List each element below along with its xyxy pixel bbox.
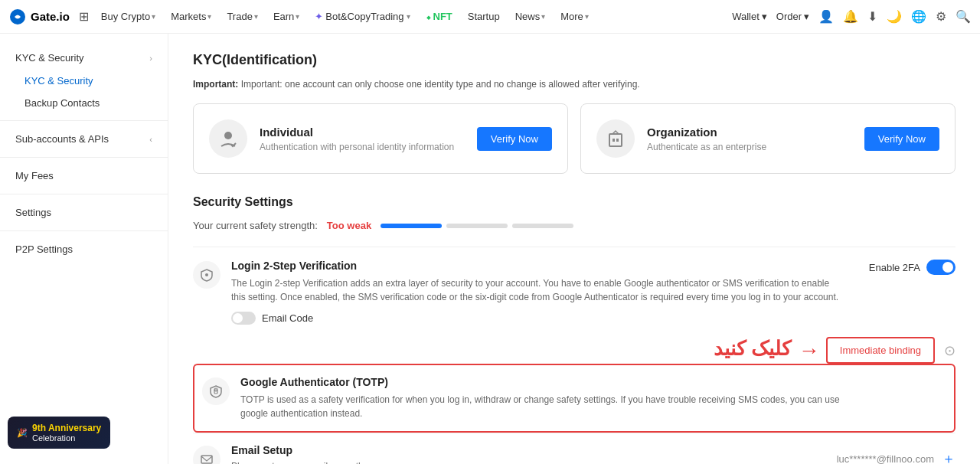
enable-2fa-label: Enable 2FA [869, 262, 920, 273]
main-layout: KYC & Security › KYC & Security Backup C… [0, 34, 980, 464]
svg-rect-4 [616, 139, 619, 142]
immediate-binding-button[interactable]: Immediate binding [826, 337, 935, 364]
nav-startup[interactable]: Startup [462, 0, 506, 34]
email-code-toggle[interactable] [231, 312, 256, 325]
sidebar-sub-kyc-security[interactable]: KYC & Security [0, 70, 168, 92]
sidebar-item-sub-accounts[interactable]: Sub-accounts & APIs ‹ [0, 127, 168, 151]
enable-2fa-toggle[interactable] [926, 260, 956, 275]
moon-icon[interactable]: 🌙 [887, 9, 902, 24]
organization-icon [596, 119, 635, 158]
svg-rect-8 [201, 456, 212, 463]
settings-icon[interactable]: ⚙ [936, 9, 946, 24]
safety-strength-row: Your current safety strength: Too weak [193, 220, 956, 231]
organization-svg [605, 128, 626, 149]
sidebar-item-p2p-settings[interactable]: P2P Settings [0, 237, 168, 261]
svg-rect-3 [612, 139, 615, 142]
google-auth-title: Google Authenticator (TOTP) [240, 376, 946, 388]
google-auth-item: Google Authenticator (TOTP) TOTP is used… [193, 364, 956, 433]
nav-nft[interactable]: ⬥ NFT [420, 0, 459, 34]
nav-earn[interactable]: Earn ▾ [267, 0, 305, 34]
arrow-icon: → [799, 338, 820, 363]
verify-individual-button[interactable]: Verify Now [477, 127, 552, 151]
grid-icon[interactable]: ⊞ [79, 9, 89, 24]
nav-wallet[interactable]: Wallet ▾ [732, 11, 767, 22]
logo[interactable]: Gate.io [9, 8, 70, 25]
email-code-row: Email Code [231, 312, 858, 325]
email-icon [193, 446, 220, 464]
sidebar-sub-backup-contacts[interactable]: Backup Contacts [0, 92, 168, 114]
search-icon[interactable]: 🔍 [956, 9, 971, 24]
email-setup-title: Email Setup [231, 444, 365, 456]
annotation-area: کلیک کنید [193, 337, 799, 364]
login-2fa-title: Login 2-Step Verification [231, 260, 858, 272]
sidebar-item-settings[interactable]: Settings [0, 201, 168, 224]
celebration-text: 9th Anniversary Celebration [32, 423, 101, 443]
add-icon[interactable]: ＋ [942, 449, 956, 464]
kyc-organization-card: Organization Authenticate as an enterpri… [580, 103, 956, 174]
annotation-text: کلیک کنید [714, 337, 791, 361]
nav-news[interactable]: News ▾ [509, 0, 552, 34]
logo-text: Gate.io [31, 10, 70, 23]
chevron-left-icon: ‹ [149, 135, 152, 144]
email-setup-value: luc*******@fillnoo.com [837, 453, 934, 465]
celebration-icon: 🎉 [17, 428, 28, 438]
verify-organization-button[interactable]: Verify Now [864, 127, 939, 151]
nav-markets[interactable]: Markets ▾ [165, 0, 217, 34]
safety-bar-3 [512, 224, 573, 228]
sidebar-divider [0, 120, 168, 121]
email-setup-row: Email Setup Please enter your email corr… [193, 433, 956, 464]
nav-bot-copytrading[interactable]: ✦ Bot&CopyTrading ▾ [309, 0, 416, 34]
important-note: Important: Important: one account can on… [193, 79, 956, 90]
chevron-down-icon: ▾ [541, 12, 545, 21]
google-auth-desc: TOTP is used as a safety verification fo… [240, 393, 853, 420]
sidebar-divider-3 [0, 194, 168, 194]
organization-title: Organization [647, 126, 852, 139]
svg-point-5 [205, 273, 208, 276]
sidebar-divider-2 [0, 157, 168, 158]
bell-icon[interactable]: 🔔 [843, 9, 858, 24]
nav-right-section: Wallet ▾ Order ▾ 👤 🔔 ⬇ 🌙 🌐 ⚙ 🔍 [732, 9, 971, 24]
nav-trade[interactable]: Trade ▾ [220, 0, 263, 34]
chevron-down-icon: ▾ [407, 12, 410, 21]
user-icon[interactable]: 👤 [818, 9, 834, 24]
arrow-and-button: → Immediate binding ⊙ [799, 337, 956, 364]
organization-info: Organization Authenticate as an enterpri… [647, 126, 852, 152]
safety-label: Your current safety strength: [193, 220, 318, 231]
page-title: KYC(Identification) [193, 52, 956, 68]
kyc-individual-card: Individual Authentication with personal … [193, 103, 568, 174]
chevron-down-icon: ▾ [585, 12, 589, 21]
nav-buy-crypto[interactable]: Buy Crypto ▾ [95, 0, 162, 34]
globe-icon[interactable]: 🌐 [911, 9, 926, 24]
sidebar-item-my-fees[interactable]: My Fees [0, 164, 168, 188]
chevron-right-icon: › [149, 54, 152, 63]
login-2fa-right: Enable 2FA [869, 260, 956, 275]
nav-more[interactable]: More ▾ [554, 0, 595, 34]
download-icon[interactable]: ⬇ [867, 9, 877, 24]
login-2fa-desc: The Login 2-step Verification adds an ex… [231, 276, 844, 304]
email-setup-info: Email Setup Please enter your email corr… [231, 444, 365, 464]
celebration-badge: 🎉 9th Anniversary Celebration [8, 417, 110, 449]
login-2fa-item: Login 2-Step Verification The Login 2-st… [193, 247, 956, 337]
safety-bar-2 [446, 224, 508, 228]
enable-2fa-toggle-wrap: Enable 2FA [869, 260, 956, 275]
chevron-down-icon: ▾ [207, 12, 211, 21]
nav-order[interactable]: Order ▾ [776, 11, 809, 22]
chevron-down-icon: ▾ [296, 12, 299, 21]
individual-info: Individual Authentication with personal … [260, 126, 465, 152]
email-setup-right: luc*******@fillnoo.com ＋ [837, 449, 956, 464]
google-auth-icon [202, 377, 230, 405]
sidebar: KYC & Security › KYC & Security Backup C… [0, 34, 168, 464]
help-circle-icon[interactable]: ⊙ [944, 342, 956, 359]
navbar: Gate.io ⊞ Buy Crypto ▾ Markets ▾ Trade ▾… [0, 0, 980, 34]
individual-icon [209, 119, 247, 158]
chevron-down-icon: ▾ [804, 11, 809, 22]
email-setup-desc: Please enter your email correctly [231, 459, 365, 464]
svg-point-1 [224, 132, 232, 139]
safety-bar-1 [381, 224, 442, 228]
shield-icon [193, 261, 220, 289]
main-content: KYC(Identification) Important: Important… [168, 34, 980, 464]
individual-title: Individual [260, 126, 465, 139]
login-2fa-content: Login 2-Step Verification The Login 2-st… [231, 260, 858, 325]
sidebar-item-kyc-security[interactable]: KYC & Security › [0, 46, 168, 70]
svg-rect-2 [609, 134, 622, 146]
